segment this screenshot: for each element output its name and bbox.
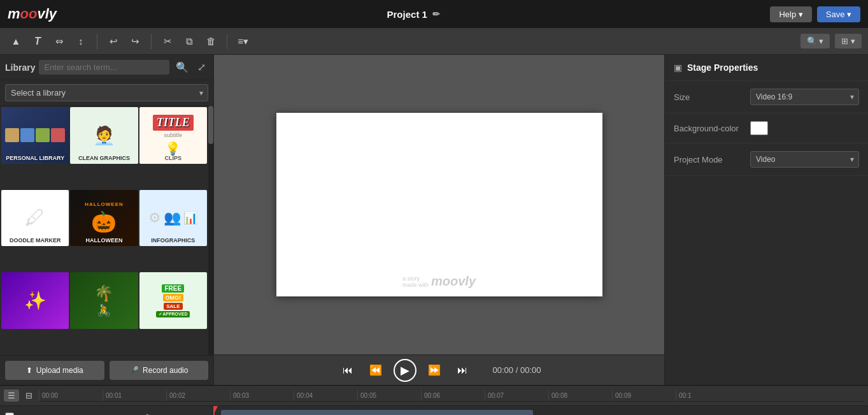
timeline-section: ☰ ⊟ 00:00 00:01 00:02 00:03 00:04 00:05 … xyxy=(0,385,868,415)
upload-icon: ⬆ xyxy=(26,366,32,375)
search-tool-button[interactable]: 🔍 ▾ xyxy=(800,34,830,48)
project-title-area: Project 1 ✏ xyxy=(387,9,440,20)
library-item-doodle-label: DOODLE MARKER xyxy=(1,236,69,246)
timeline-ruler: 00:00 00:01 00:02 00:03 00:04 00:05 00:0… xyxy=(39,390,864,402)
size-row: Size Video 16:9 Video 4:3 Square 1:1 Por… xyxy=(665,81,868,113)
library-select[interactable]: Select a library Personal Library Free L… xyxy=(5,84,208,101)
upload-media-label: Upload media xyxy=(36,366,83,375)
library-item-halloween-label: HALLOWEEN xyxy=(70,236,138,246)
current-time: 00:00 xyxy=(493,365,514,375)
playhead[interactable] xyxy=(213,406,215,415)
properties-icon: ▣ xyxy=(674,62,682,73)
library-item-row3b[interactable]: 🌴 🚴 xyxy=(70,272,138,329)
playhead-marker xyxy=(213,406,218,414)
help-button[interactable]: Help ▾ xyxy=(770,6,811,22)
project-mode-row: Project Mode Video Presentation GIF xyxy=(665,143,868,176)
track-label-area: ▶ Clip 1 👁 🔒 🗑 xyxy=(0,406,213,415)
bg-color-control xyxy=(750,121,859,135)
ruler-tick-10: 00:1 xyxy=(676,390,739,401)
grid-tool-button[interactable]: ⊞ ▾ xyxy=(835,34,862,48)
mode-select[interactable]: Video Presentation GIF xyxy=(750,151,859,168)
center-area: a storymade with moovly ⏮ ⏪ ▶ ⏩ ⏭ 00:00 … xyxy=(214,55,664,385)
main-body: Library 🔍 ⤢ Select a library Personal Li… xyxy=(0,55,868,385)
rewind-button[interactable]: ⏪ xyxy=(366,360,386,381)
ruler-tick-5: 00:05 xyxy=(357,390,421,401)
bg-color-label: Background-color xyxy=(674,124,750,133)
ruler-tick-7: 00:07 xyxy=(485,390,548,401)
sidebar-header: Library 🔍 ⤢ xyxy=(0,55,213,80)
fast-forward-button[interactable]: ⏩ xyxy=(424,360,445,381)
library-item-clean[interactable]: 🧑‍💼 CLEAN GRAPHICS xyxy=(70,107,138,164)
timeline-compact-view-button[interactable]: ⊟ xyxy=(22,390,36,402)
library-item-clips[interactable]: TITLE subtitle 💡 CLIPS xyxy=(139,107,207,164)
timeline-tracks: ▶ Clip 1 👁 🔒 🗑 ▣ Clip 1 xyxy=(0,406,868,415)
ruler-tick-6: 00:06 xyxy=(421,390,485,401)
properties-panel: ▣ Stage Properties Size Video 16:9 Video… xyxy=(664,55,868,385)
search-icon-button[interactable]: 🔍 xyxy=(173,60,191,75)
record-audio-label: Record audio xyxy=(143,366,188,375)
record-audio-button[interactable]: 🎤 Record audio xyxy=(110,361,209,380)
canvas-area: a storymade with moovly xyxy=(214,55,664,354)
total-time: 00:00 xyxy=(520,365,541,375)
skip-to-end-button[interactable]: ⏭ xyxy=(452,360,473,381)
track-expand-button[interactable]: ▶ xyxy=(5,412,14,416)
properties-title: Stage Properties xyxy=(687,62,758,73)
library-item-personal[interactable]: PERSONAL LIBRARY xyxy=(1,107,69,164)
library-item-row3c[interactable]: FREE OMG! SALE ✓APPROVED xyxy=(139,272,207,329)
edit-project-title-icon[interactable]: ✏ xyxy=(432,9,440,19)
toolbar-separator-1 xyxy=(97,34,97,49)
bg-color-swatch[interactable] xyxy=(750,121,768,135)
playback-bar: ⏮ ⏪ ▶ ⏩ ⏭ 00:00 / 00:00 xyxy=(214,354,664,385)
bg-color-row: Background-color xyxy=(665,113,868,143)
upload-media-button[interactable]: ⬆ Upload media xyxy=(5,361,104,380)
library-item-halloween[interactable]: HALLOWEEN 🎃 HALLOWEEN xyxy=(70,190,138,247)
library-item-doodle[interactable]: 🖊 DOODLE MARKER xyxy=(1,190,69,247)
ruler-tick-8: 00:08 xyxy=(548,390,612,401)
watermark-pre: a storymade with xyxy=(402,275,429,288)
project-title: Project 1 xyxy=(387,9,427,20)
align-button[interactable]: ≡▾ xyxy=(234,32,253,51)
align-v-tool[interactable]: ↕ xyxy=(71,32,90,51)
ruler-tick-2: 00:02 xyxy=(166,390,230,401)
ruler-tick-4: 00:04 xyxy=(294,390,357,401)
library-item-clips-label: CLIPS xyxy=(139,154,207,164)
library-item-personal-label: PERSONAL LIBRARY xyxy=(1,154,69,164)
search-input[interactable] xyxy=(39,60,169,75)
ruler-tick-0: 00:00 xyxy=(39,390,103,401)
delete-button[interactable]: 🗑 xyxy=(201,32,220,51)
play-button[interactable]: ▶ xyxy=(394,359,416,382)
size-select[interactable]: Video 16:9 Video 4:3 Square 1:1 Portrait… xyxy=(750,89,859,105)
undo-button[interactable]: ↩ xyxy=(104,32,123,51)
track-content: ▣ Clip 1 xyxy=(213,406,868,415)
timeline-controls: ☰ ⊟ 00:00 00:01 00:02 00:03 00:04 00:05 … xyxy=(0,386,868,406)
record-icon: 🎤 xyxy=(129,366,139,375)
select-tool[interactable]: ▲ xyxy=(6,32,25,51)
redo-button[interactable]: ↪ xyxy=(125,32,145,51)
library-select-wrapper: Select a library Personal Library Free L… xyxy=(5,84,208,101)
scrollbar-track xyxy=(208,106,213,355)
text-tool[interactable]: T xyxy=(28,32,47,51)
timeline-ruler-area: 00:00 00:01 00:02 00:03 00:04 00:05 00:0… xyxy=(39,390,864,402)
library-grid: PERSONAL LIBRARY 🧑‍💼 CLEAN GRAPHICS TITL… xyxy=(0,106,208,355)
library-item-row3a[interactable]: ✨ xyxy=(1,272,69,329)
sidebar: Library 🔍 ⤢ Select a library Personal Li… xyxy=(0,55,214,385)
logo: moovly xyxy=(8,6,57,22)
toolbar-separator-2 xyxy=(151,34,152,49)
scrollbar-thumb[interactable] xyxy=(208,106,213,144)
save-button[interactable]: Save ▾ xyxy=(817,6,860,22)
toolbar: ▲ T ⇔ ↕ ↩ ↪ ✂ ⧉ 🗑 ≡▾ 🔍 ▾ ⊞ ▾ xyxy=(0,28,868,55)
top-right-buttons: Help ▾ Save ▾ xyxy=(770,6,860,22)
expand-icon-button[interactable]: ⤢ xyxy=(195,60,208,75)
skip-to-start-button[interactable]: ⏮ xyxy=(338,360,358,381)
clip-block[interactable]: ▣ Clip 1 xyxy=(221,410,533,415)
align-h-tool[interactable]: ⇔ xyxy=(50,32,69,51)
library-item-infographics-label: INFOGRAPHICS xyxy=(139,236,207,246)
size-label: Size xyxy=(674,92,750,102)
timeline-list-view-button[interactable]: ☰ xyxy=(4,390,19,402)
stage-watermark: a storymade with moovly xyxy=(402,274,476,289)
copy-button[interactable]: ⧉ xyxy=(180,32,199,51)
cut-button[interactable]: ✂ xyxy=(158,32,177,51)
library-item-infographics[interactable]: ⚙ 👥 📊 INFOGRAPHICS xyxy=(139,190,207,247)
library-select-row: Select a library Personal Library Free L… xyxy=(0,80,213,106)
time-display: 00:00 / 00:00 xyxy=(493,365,541,375)
